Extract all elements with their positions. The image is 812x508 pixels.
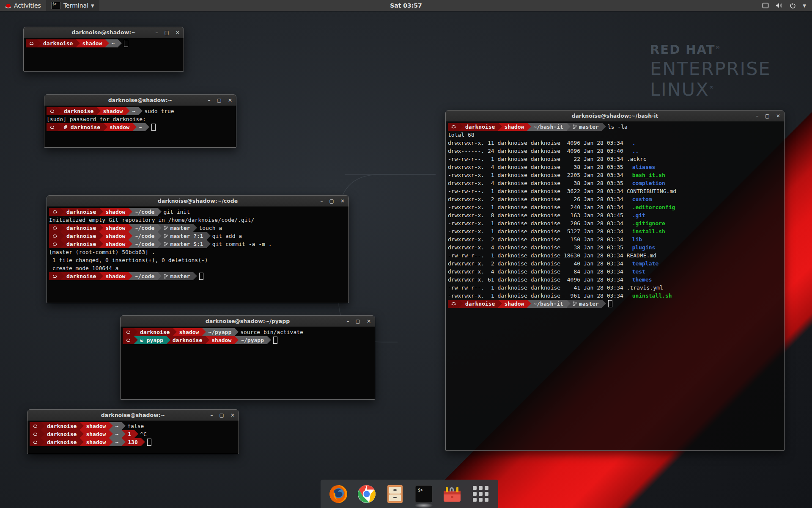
terminal-line: darknoiseshadow~/codegit init xyxy=(49,208,346,216)
ls-filename: .. xyxy=(627,147,639,155)
maximize-button[interactable]: ▢ xyxy=(356,319,360,324)
window-title: darknoise@shadow:~/code xyxy=(158,198,238,204)
clock[interactable]: Sat 03:57 xyxy=(390,2,422,9)
top-bar: Activities $> Terminal ▼ Sat 03:57 ▼ xyxy=(0,0,812,11)
terminal-content[interactable]: darknoiseshadow~falsedarknoiseshadow~1^C… xyxy=(27,421,239,454)
terminal-text: git commit -a -m . xyxy=(207,240,272,248)
ls-filename: .editorconfig xyxy=(627,203,675,211)
terminal-line: darknoiseshadow~/codemaster ?:1git add a xyxy=(49,232,346,240)
terminal-line: darknoiseshadow~1^C xyxy=(30,430,236,438)
dock-toolbox-icon[interactable] xyxy=(442,484,462,504)
window-titlebar[interactable]: darknoise@shadow:~/bash-it–▢✕ xyxy=(446,110,784,121)
terminal-line: -rw-rw-r--. 1 darknoise darknoise 41 Jan… xyxy=(448,284,782,292)
prompt-segment-host: shadow xyxy=(99,208,129,216)
terminal-line: -rwxrwxr-x. 1 darknoise darknoise 240 Ja… xyxy=(448,203,782,211)
dock-app-grid-icon[interactable] xyxy=(470,484,491,504)
redhat-prompt-icon xyxy=(50,125,55,130)
terminal-content[interactable]: darknoiseshadow~sudo true[sudo] password… xyxy=(44,106,236,147)
app-menu-label: Terminal xyxy=(63,2,88,9)
close-button[interactable]: ✕ xyxy=(340,199,345,204)
ls-filename: lib xyxy=(627,235,642,243)
close-button[interactable]: ✕ xyxy=(776,113,780,119)
ls-filename: bash_it.sh xyxy=(627,171,665,179)
terminal-text: drwxrwxr-x. 8 darknoise darknoise 163 Ja… xyxy=(448,211,627,219)
terminal-text: drwxrwxr-x. 61 darknoise darknoise 4096 … xyxy=(448,276,627,284)
window-title: darknoise@shadow:~ xyxy=(101,412,165,418)
dock-firefox-icon[interactable] xyxy=(328,484,348,504)
terminal-window: darknoise@shadow:~–▢✕darknoiseshadow~ xyxy=(23,27,184,72)
terminal-content[interactable]: darknoiseshadow~/pyappsource bin/activat… xyxy=(121,327,375,399)
display-icon[interactable] xyxy=(762,3,769,8)
prompt-segment-venv: ☯ pyapp xyxy=(134,336,167,344)
prompt-segment-hat xyxy=(448,123,459,131)
window-titlebar[interactable]: darknoise@shadow:~/pyapp–▢✕ xyxy=(121,316,375,327)
prompt-segment-host: shadow xyxy=(97,107,126,115)
close-button[interactable]: ✕ xyxy=(230,413,235,418)
terminal-line: ☯ pyappdarknoiseshadow~/pyapp xyxy=(123,336,373,344)
minimize-button[interactable]: – xyxy=(321,199,323,204)
prompt-segment-hat xyxy=(30,422,41,430)
ls-filename: custom xyxy=(627,195,652,203)
running-indicator xyxy=(414,503,433,508)
close-button[interactable]: ✕ xyxy=(228,98,232,103)
terminal-content[interactable]: darknoiseshadow~/bash-itmasterls -latota… xyxy=(446,121,784,450)
prompt-segment-user: darknoise xyxy=(60,232,99,240)
prompt-segment-path: ~/bash-it xyxy=(527,300,566,308)
prompt-segment-host: shadow xyxy=(99,224,129,232)
git-branch-icon xyxy=(573,301,577,306)
git-branch-icon xyxy=(164,225,168,231)
terminal-line: Initialized empty Git repository in /hom… xyxy=(49,216,346,224)
maximize-button[interactable]: ▢ xyxy=(219,413,224,418)
prompt-segment-hat xyxy=(123,336,134,344)
ls-filename: .gitignore xyxy=(627,219,665,227)
terminal-text: create mode 100644 a xyxy=(49,264,118,272)
chevron-down-icon: ▼ xyxy=(91,3,94,8)
terminal-line: -rwxrwxr-x. 1 darknoise darknoise 206 Ja… xyxy=(448,219,782,227)
prompt-segment-host: shadow xyxy=(498,300,527,308)
ls-filename: themes xyxy=(627,276,652,284)
prompt-segment-path: ~/bash-it xyxy=(527,123,566,131)
prompt-segment-host: shadow xyxy=(99,232,129,240)
terminal-text: -rw-rw-r--. 1 darknoise darknoise 18630 … xyxy=(448,251,656,260)
terminal-text: sudo true xyxy=(139,107,174,115)
activities-button[interactable]: Activities xyxy=(0,0,46,11)
close-button[interactable]: ✕ xyxy=(176,30,180,35)
window-titlebar[interactable]: darknoise@shadow:~–▢✕ xyxy=(44,95,236,106)
window-titlebar[interactable]: darknoise@shadow:~–▢✕ xyxy=(24,27,184,38)
dock-chrome-icon[interactable] xyxy=(357,484,377,504)
close-button[interactable]: ✕ xyxy=(367,319,371,324)
window-titlebar[interactable]: darknoise@shadow:~/code–▢✕ xyxy=(47,196,348,207)
terminal-line: -rwxrwxr-x. 1 darknoise darknoise 2205 J… xyxy=(448,171,782,179)
ls-filename: . xyxy=(627,139,636,147)
prompt-segment-host: shadow xyxy=(80,438,109,446)
dock-files-icon[interactable] xyxy=(385,484,405,504)
minimize-button[interactable]: – xyxy=(756,113,759,119)
terminal-text: drwxrwxr-x. 2 darknoise darknoise 26 Jan… xyxy=(448,195,627,203)
minimize-button[interactable]: – xyxy=(156,30,158,35)
terminal-text: -rw-rw-r--. 1 darknoise darknoise 22 Jan… xyxy=(448,155,647,163)
maximize-button[interactable]: ▢ xyxy=(217,98,222,103)
window-titlebar[interactable]: darknoise@shadow:~–▢✕ xyxy=(27,410,239,421)
window-title: darknoise@shadow:~ xyxy=(71,29,135,36)
terminal-window: darknoise@shadow:~/pyapp–▢✕darknoiseshad… xyxy=(120,315,375,400)
system-menu-chevron-icon[interactable]: ▼ xyxy=(803,3,806,8)
ls-filename: aliases xyxy=(627,163,656,171)
power-icon[interactable] xyxy=(790,3,796,9)
minimize-button[interactable]: – xyxy=(208,98,211,103)
maximize-button[interactable]: ▢ xyxy=(765,113,770,119)
terminal-text: Initialized empty Git repository in /hom… xyxy=(49,216,254,224)
terminal-content[interactable]: darknoiseshadow~/codegit initInitialized… xyxy=(47,207,348,303)
minimize-button[interactable]: – xyxy=(211,413,213,418)
maximize-button[interactable]: ▢ xyxy=(165,30,169,35)
terminal-text: -rw-rw-r--. 1 darknoise darknoise 3622 J… xyxy=(448,187,676,195)
app-menu-terminal[interactable]: $> Terminal ▼ xyxy=(46,0,99,11)
maximize-button[interactable]: ▢ xyxy=(329,199,334,204)
minimize-button[interactable]: – xyxy=(347,319,349,324)
prompt-segment-user: darknoise xyxy=(60,208,99,216)
volume-icon[interactable] xyxy=(776,3,783,8)
prompt-segment-path: ~/code xyxy=(129,272,158,280)
terminal-content[interactable]: darknoiseshadow~ xyxy=(24,38,184,71)
dock-terminal-icon[interactable]: $> xyxy=(414,484,434,504)
terminal-text: drwxrwxr-x. 2 darknoise darknoise 40 Jan… xyxy=(448,260,627,268)
prompt-segment-hat xyxy=(26,39,37,47)
